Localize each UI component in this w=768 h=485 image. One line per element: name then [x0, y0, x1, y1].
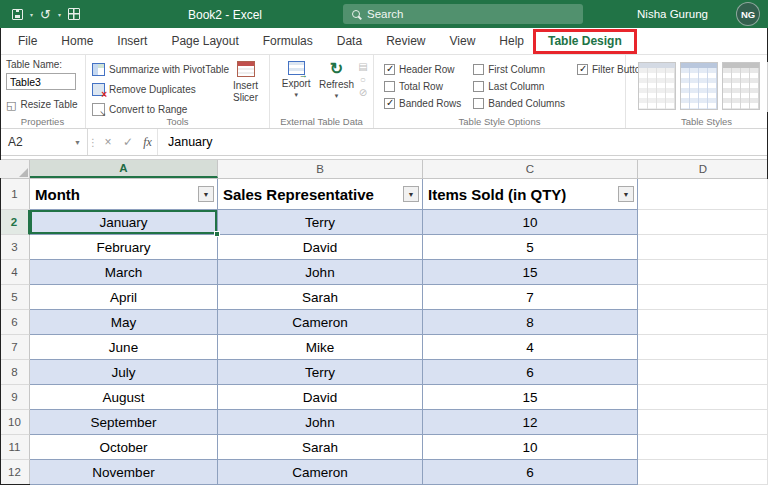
avatar[interactable]: NG: [736, 2, 760, 26]
tab-insert[interactable]: Insert: [105, 28, 159, 54]
row-header[interactable]: 6: [0, 310, 30, 335]
cell[interactable]: John: [218, 260, 423, 285]
row-header[interactable]: 1: [0, 179, 30, 210]
column-header-a[interactable]: A: [30, 160, 218, 178]
cell[interactable]: [638, 385, 768, 410]
cell[interactable]: John: [218, 410, 423, 435]
cell[interactable]: [638, 435, 768, 460]
option-total-row[interactable]: Total Row: [384, 81, 461, 92]
tab-home[interactable]: Home: [49, 28, 105, 54]
summarize-pivottable-button[interactable]: Summarize with PivotTable: [92, 61, 226, 77]
user-name[interactable]: Nisha Gurung: [637, 8, 708, 20]
tab-view[interactable]: View: [438, 28, 488, 54]
remove-duplicates-button[interactable]: Remove Duplicates: [92, 81, 226, 97]
tab-page-layout[interactable]: Page Layout: [159, 28, 250, 54]
filter-button-icon[interactable]: ▼: [618, 186, 634, 202]
undo-icon[interactable]: ↺: [40, 9, 51, 20]
insert-slicer-button[interactable]: Insert Slicer: [226, 58, 265, 117]
cell[interactable]: [638, 360, 768, 385]
header-cell-items-sold[interactable]: Items Sold (in QTY) ▼: [423, 179, 638, 210]
cell[interactable]: [638, 260, 768, 285]
cell[interactable]: May: [30, 310, 218, 335]
cell[interactable]: Sarah: [218, 285, 423, 310]
cell[interactable]: 15: [423, 385, 638, 410]
row-header[interactable]: 11: [0, 435, 30, 460]
chevron-down-icon[interactable]: ▼: [74, 139, 81, 146]
row-header[interactable]: 9: [0, 385, 30, 410]
row-header[interactable]: 10: [0, 410, 30, 435]
tab-data[interactable]: Data: [325, 28, 374, 54]
cell[interactable]: [638, 335, 768, 360]
table-style-thumbnail[interactable]: [638, 62, 676, 110]
cell[interactable]: 7: [423, 285, 638, 310]
row-header[interactable]: 7: [0, 335, 30, 360]
cell[interactable]: David: [218, 235, 423, 260]
name-box[interactable]: A2 ▼: [0, 129, 88, 155]
resize-table-button[interactable]: ◱ Resize Table: [6, 99, 81, 110]
tab-formulas[interactable]: Formulas: [251, 28, 325, 54]
refresh-button[interactable]: ↻ Refresh ▼: [316, 58, 356, 99]
cell[interactable]: [638, 460, 768, 485]
data-range-properties-icon[interactable]: ▤: [358, 62, 367, 72]
cell[interactable]: 8: [423, 310, 638, 335]
option-last-column[interactable]: Last Column: [473, 81, 565, 92]
cell[interactable]: 12: [423, 410, 638, 435]
cell[interactable]: [638, 310, 768, 335]
cell[interactable]: April: [30, 285, 218, 310]
cell[interactable]: [638, 285, 768, 310]
filter-button-icon[interactable]: ▼: [403, 186, 419, 202]
tab-review[interactable]: Review: [374, 28, 437, 54]
cell[interactable]: [638, 210, 768, 235]
formula-input[interactable]: January: [158, 129, 768, 155]
search-box[interactable]: Search: [343, 4, 583, 24]
chevron-down-icon[interactable]: ▾: [58, 11, 61, 18]
cell[interactable]: July: [30, 360, 218, 385]
cell[interactable]: 10: [423, 435, 638, 460]
cell[interactable]: January: [30, 210, 218, 235]
chevron-down-icon[interactable]: ▾: [30, 11, 33, 18]
cell[interactable]: 10: [423, 210, 638, 235]
filter-button-icon[interactable]: ▼: [198, 186, 214, 202]
cell[interactable]: Terry: [218, 360, 423, 385]
row-header[interactable]: 12: [0, 460, 30, 485]
tab-help[interactable]: Help: [487, 28, 536, 54]
table-name-input[interactable]: [6, 73, 76, 90]
cell[interactable]: June: [30, 335, 218, 360]
cell[interactable]: 6: [423, 460, 638, 485]
cell[interactable]: August: [30, 385, 218, 410]
cell[interactable]: 15: [423, 260, 638, 285]
cell[interactable]: October: [30, 435, 218, 460]
cell[interactable]: February: [30, 235, 218, 260]
cell[interactable]: Sarah: [218, 435, 423, 460]
table-style-thumbnail[interactable]: [722, 62, 760, 110]
cell[interactable]: [638, 179, 768, 210]
column-header-d[interactable]: D: [638, 160, 768, 178]
cell[interactable]: 5: [423, 235, 638, 260]
row-header[interactable]: 2: [0, 210, 30, 235]
option-banded-rows[interactable]: Banded Rows: [384, 98, 461, 109]
cell[interactable]: David: [218, 385, 423, 410]
option-banded-columns[interactable]: Banded Columns: [473, 98, 565, 109]
cell[interactable]: March: [30, 260, 218, 285]
tab-file[interactable]: File: [6, 28, 49, 54]
fill-handle[interactable]: [214, 231, 220, 237]
header-cell-sales-representative[interactable]: Sales Representative ▼: [218, 179, 423, 210]
cancel-icon[interactable]: ×: [98, 129, 118, 155]
unlink-icon[interactable]: ⊘: [359, 88, 367, 98]
save-icon[interactable]: [12, 9, 23, 20]
row-header[interactable]: 5: [0, 285, 30, 310]
cell[interactable]: Cameron: [218, 310, 423, 335]
cell[interactable]: November: [30, 460, 218, 485]
column-header-b[interactable]: B: [218, 160, 423, 178]
insert-function-icon[interactable]: fx: [138, 129, 158, 155]
cell[interactable]: 6: [423, 360, 638, 385]
tab-table-design[interactable]: Table Design: [536, 28, 634, 54]
enter-icon[interactable]: ✓: [118, 129, 138, 155]
workbook-icon[interactable]: [68, 8, 80, 20]
cell[interactable]: [638, 410, 768, 435]
convert-to-range-button[interactable]: Convert to Range: [92, 101, 226, 117]
cell[interactable]: 4: [423, 335, 638, 360]
column-header-c[interactable]: C: [423, 160, 638, 178]
option-header-row[interactable]: Header Row: [384, 64, 461, 75]
cell[interactable]: [638, 235, 768, 260]
